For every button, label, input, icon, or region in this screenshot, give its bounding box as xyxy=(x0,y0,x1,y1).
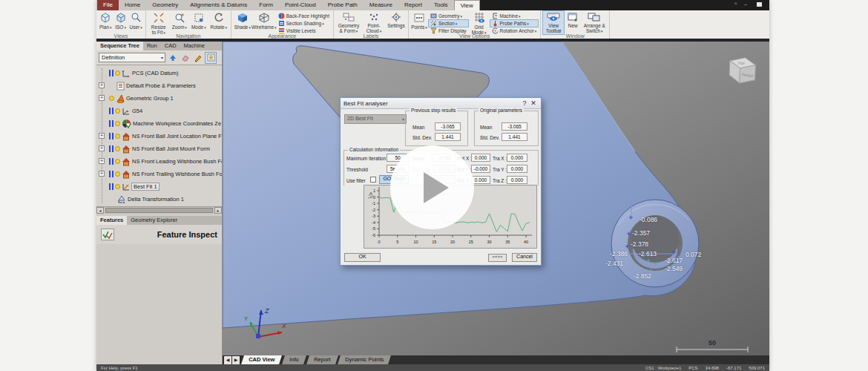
filter-display-label: Filter Display xyxy=(438,28,467,33)
tab-dynamic-points[interactable]: Dynamic Points xyxy=(338,355,391,364)
tree-item-machine-coords[interactable]: Machine Workpiece Coordinates Ze xyxy=(96,117,222,130)
back-face-icon xyxy=(278,13,285,19)
pencil-icon xyxy=(194,53,203,62)
scroll-left-icon[interactable]: ◂ xyxy=(96,207,104,214)
measurement-label: -2.617 xyxy=(665,257,683,264)
tree-item-label: Machine Workpiece Coordinates Ze xyxy=(133,120,221,127)
tra-z-field[interactable]: 0.000 xyxy=(507,176,527,184)
close-icon[interactable]: ✕ xyxy=(529,99,538,107)
tree-item-best-fit[interactable]: Best Fit 1 xyxy=(96,180,222,193)
rotate-button[interactable]: Rotate xyxy=(209,11,228,31)
new-window-button[interactable]: New xyxy=(565,11,580,29)
tab-report[interactable]: Report xyxy=(398,0,428,10)
step-nav-button[interactable]: <<>> xyxy=(488,254,507,262)
tab-sequence-tree[interactable]: Sequence Tree xyxy=(96,42,143,50)
tree-item-ns-trailing-bush[interactable]: NS Front Trailing Wishbone Bush Fo xyxy=(96,168,222,180)
geometry-form-labels-button[interactable]: Geometry & Form xyxy=(336,11,361,35)
tab-cad[interactable]: CAD xyxy=(161,42,180,50)
use-filter-checkbox[interactable] xyxy=(370,177,376,183)
tab-cad-view[interactable]: CAD View xyxy=(241,355,282,364)
tab-file[interactable]: File xyxy=(97,0,119,10)
next-view-icon[interactable]: ▶ xyxy=(232,356,240,364)
ribbon-collapse-icon[interactable]: ^ – xyxy=(734,1,750,7)
tree-item-delta-transformation[interactable]: Delta Transformation 1 xyxy=(96,193,222,206)
tab-alignments-datums[interactable]: Alignments & Datums xyxy=(184,0,253,10)
fit-type-dropdown[interactable]: 2D Best Fit xyxy=(344,114,407,124)
expander-icon[interactable] xyxy=(99,171,105,177)
wireframe-button[interactable]: Wireframe xyxy=(253,11,275,31)
back-face-highlight-toggle[interactable]: Back-Face Highlight xyxy=(277,13,331,19)
tab-point-cloud[interactable]: Point-Cloud xyxy=(279,0,322,10)
tab-home[interactable]: Home xyxy=(119,0,146,10)
probe-paths-option[interactable]: Probe Paths xyxy=(490,20,539,27)
cancel-button[interactable]: Cancel xyxy=(512,253,537,262)
scroll-right-icon[interactable]: ▸ xyxy=(214,207,222,214)
list-view-button[interactable] xyxy=(206,53,216,63)
machine-option[interactable]: Machine xyxy=(490,13,539,19)
orig-std-label: Std. Dev. xyxy=(480,135,499,140)
rot-x-field[interactable]: 0.000 xyxy=(471,154,490,162)
eraser-button[interactable] xyxy=(180,53,191,63)
geometry-option[interactable]: Geometry xyxy=(429,13,468,19)
user-view-button[interactable]: User xyxy=(129,11,143,31)
expander-icon[interactable] xyxy=(99,158,105,164)
previous-results-legend: Previous step results xyxy=(410,108,457,113)
svg-text:15: 15 xyxy=(432,240,436,244)
tab-tools[interactable]: Tools xyxy=(428,0,454,10)
edit-button[interactable] xyxy=(193,53,203,63)
resize-to-fit-button[interactable]: Resize to Fit xyxy=(148,11,169,36)
mode-button[interactable]: Mode xyxy=(190,11,208,31)
tab-geometry[interactable]: Geometry xyxy=(146,0,184,10)
expander-icon[interactable] xyxy=(99,95,105,101)
ok-button[interactable]: OK xyxy=(344,253,381,262)
tree-item-ns-location-plane[interactable]: NS Front Ball Joint Location Plane F xyxy=(96,130,222,142)
expander-icon[interactable] xyxy=(99,145,105,151)
view-cube[interactable]: TOP FRONT xyxy=(719,51,762,92)
tab-geometry-explorer[interactable]: Geometry Explorer xyxy=(127,216,181,225)
grid-mode-button[interactable]: Grid Mode xyxy=(470,11,489,36)
prev-view-icon[interactable]: ◀ xyxy=(224,356,231,364)
move-up-button[interactable] xyxy=(168,53,178,63)
window-control[interactable] xyxy=(757,2,762,7)
arrange-switch-button[interactable]: Arrange & Switch xyxy=(582,11,607,35)
tab-form[interactable]: Form xyxy=(253,0,279,10)
iso-view-button[interactable]: ISO xyxy=(114,11,128,31)
tab-view[interactable]: View xyxy=(454,0,480,10)
tab-report-view[interactable]: Report xyxy=(306,355,338,364)
tab-probe-path[interactable]: Probe Path xyxy=(322,0,364,10)
tab-machine[interactable]: Machine xyxy=(180,42,208,50)
scrollbar-thumb[interactable] xyxy=(105,208,213,213)
definition-dropdown[interactable]: Definition xyxy=(99,53,165,62)
tree-item-ns-leading-bush[interactable]: NS Front Leading Wishbone Bush Fo xyxy=(96,155,222,168)
tree-horizontal-scrollbar[interactable]: ◂ ▸ xyxy=(96,206,222,214)
tab-measure[interactable]: Measure xyxy=(364,0,398,10)
tab-run[interactable]: Run xyxy=(143,42,161,50)
tree-item-ns-mount-form[interactable]: NS Front Ball Joint Mount Form xyxy=(96,142,222,155)
expander-icon[interactable] xyxy=(99,82,105,88)
tab-info[interactable]: Info xyxy=(282,355,306,364)
tree-item-label: NS Front Trailing Wishbone Bush Fo xyxy=(132,171,222,177)
zoom-button[interactable]: Zoom xyxy=(171,11,188,31)
section-shading-toggle[interactable]: Section Shading xyxy=(277,20,331,27)
plan-view-button[interactable]: Plan xyxy=(99,11,113,31)
rot-z-field[interactable]: 0.000 xyxy=(471,176,490,184)
tra-y-field[interactable]: 0.000 xyxy=(507,165,527,173)
tree-item-probe[interactable]: Default Probe & Parameters xyxy=(96,79,222,92)
rot-y-field[interactable]: -0.000 xyxy=(471,165,490,173)
expander-icon[interactable] xyxy=(99,133,105,139)
view-toolbar-button[interactable]: View Toolbar xyxy=(543,11,564,34)
tra-x-field[interactable]: 0.000 xyxy=(507,154,527,162)
points-button[interactable]: Points xyxy=(411,11,427,31)
section-option[interactable]: Section xyxy=(429,20,468,27)
tree-item-pcs[interactable]: PCS (CAD Datum) xyxy=(96,67,222,79)
video-play-overlay[interactable] xyxy=(390,145,474,229)
help-icon[interactable]: ? xyxy=(520,99,529,107)
label-settings-button[interactable]: Settings xyxy=(387,11,406,29)
tree-item-g54[interactable]: G54 xyxy=(96,105,222,117)
orig-std-field: 1.441 xyxy=(502,133,527,141)
bulb-icon xyxy=(115,70,120,76)
point-cloud-labels-button[interactable]: Point-Cloud xyxy=(363,11,385,35)
tab-features[interactable]: Features xyxy=(96,216,127,225)
tree-item-geometric-group[interactable]: Geometric Group 1 xyxy=(96,92,222,105)
shade-button[interactable]: Shade xyxy=(234,11,251,31)
